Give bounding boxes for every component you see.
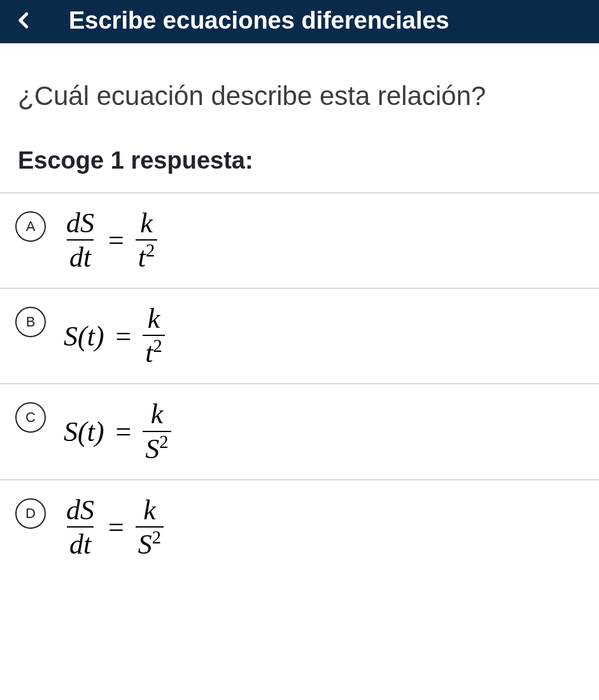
rhs-numerator: k bbox=[141, 496, 159, 526]
option-c[interactable]: C S(t) = k S2 bbox=[0, 384, 599, 480]
rhs-denominator: S2 bbox=[136, 526, 164, 559]
lhs-function: S(t) bbox=[64, 320, 104, 353]
equals-sign: = bbox=[108, 224, 124, 256]
option-formula-b: S(t) = k t2 bbox=[64, 304, 165, 368]
chevron-left-icon bbox=[15, 11, 34, 30]
lhs-function: S(t) bbox=[64, 416, 104, 448]
equals-sign: = bbox=[116, 320, 132, 353]
option-formula-a: dS dt = k t2 bbox=[64, 209, 157, 272]
rhs-fraction: k t2 bbox=[143, 304, 165, 368]
option-formula-d: dS dt = k S2 bbox=[64, 496, 164, 559]
equals-sign: = bbox=[108, 511, 124, 543]
option-formula-c: S(t) = k S2 bbox=[64, 400, 171, 463]
rhs-denominator: t2 bbox=[136, 239, 158, 272]
option-radio-b[interactable]: B bbox=[15, 307, 46, 337]
lhs-numerator: dS bbox=[64, 496, 97, 526]
lhs-fraction: dS dt bbox=[64, 209, 97, 272]
option-a[interactable]: A dS dt = k t2 bbox=[0, 193, 599, 289]
rhs-numerator: k bbox=[145, 304, 163, 335]
option-letter: B bbox=[26, 314, 36, 330]
option-b[interactable]: B S(t) = k t2 bbox=[0, 289, 599, 384]
rhs-fraction: k S2 bbox=[143, 400, 171, 463]
rhs-fraction: k S2 bbox=[136, 496, 164, 559]
header-bar: Escribe ecuaciones diferenciales bbox=[0, 0, 599, 43]
question-text: ¿Cuál ecuación describe esta relación? bbox=[0, 43, 599, 139]
option-radio-d[interactable]: D bbox=[15, 498, 46, 529]
rhs-fraction: k t2 bbox=[136, 209, 158, 272]
lhs-fraction: dS dt bbox=[64, 496, 97, 559]
lhs-numerator: dS bbox=[64, 209, 97, 239]
rhs-denominator: t2 bbox=[143, 335, 165, 368]
content-area: ¿Cuál ecuación describe esta relación? E… bbox=[0, 43, 599, 576]
option-radio-c[interactable]: C bbox=[15, 402, 46, 433]
option-radio-a[interactable]: A bbox=[15, 211, 46, 242]
rhs-numerator: k bbox=[137, 209, 155, 239]
instruction-text: Escoge 1 respuesta: bbox=[0, 139, 599, 192]
back-button[interactable] bbox=[10, 6, 38, 34]
option-d[interactable]: D dS dt = k S2 bbox=[0, 480, 599, 576]
options-list: A dS dt = k t2 B S(t) = bbox=[0, 192, 599, 576]
option-letter: C bbox=[25, 409, 36, 426]
lhs-denominator: dt bbox=[67, 239, 94, 272]
rhs-numerator: k bbox=[148, 400, 166, 430]
lhs-denominator: dt bbox=[67, 526, 94, 559]
option-letter: A bbox=[26, 218, 36, 235]
rhs-denominator: S2 bbox=[143, 431, 171, 464]
equals-sign: = bbox=[116, 416, 132, 448]
option-letter: D bbox=[25, 505, 36, 522]
page-title: Escribe ecuaciones diferenciales bbox=[69, 7, 449, 34]
